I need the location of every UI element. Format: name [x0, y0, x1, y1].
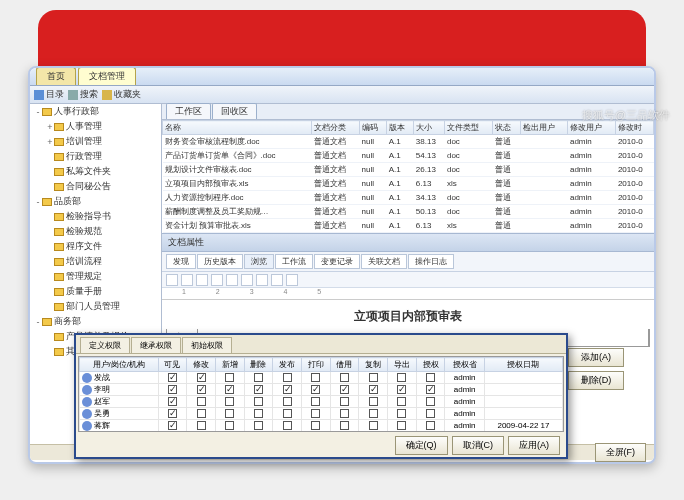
editor-btn[interactable] — [226, 274, 238, 286]
tree-item[interactable]: 部门人员管理 — [30, 299, 161, 314]
grid-header[interactable]: 检出用户 — [520, 121, 568, 135]
tree-item[interactable]: -人事行政部 — [30, 104, 161, 119]
perm-checkbox[interactable] — [168, 373, 177, 382]
editor-btn[interactable] — [271, 274, 283, 286]
tree-item[interactable]: +人事管理 — [30, 119, 161, 134]
perm-checkbox[interactable] — [197, 373, 206, 382]
perm-row[interactable]: 蒋辉admin2009-04-22 17 — [80, 420, 563, 432]
toolbar-fav[interactable]: 收藏夹 — [102, 88, 141, 101]
tab-docmgr[interactable]: 文档管理 — [78, 67, 136, 85]
perm-header[interactable]: 打印 — [301, 358, 330, 372]
perm-checkbox[interactable] — [311, 421, 320, 430]
perm-checkbox[interactable] — [369, 397, 378, 406]
perm-checkbox[interactable] — [254, 409, 263, 418]
table-row[interactable]: 薪酬制度调整及员工奖励规…普通文档nullA.150.13doc普通admin2… — [163, 205, 654, 219]
perm-checkbox[interactable] — [426, 421, 435, 430]
editor-btn[interactable] — [181, 274, 193, 286]
perm-checkbox[interactable] — [426, 409, 435, 418]
perm-checkbox[interactable] — [340, 409, 349, 418]
grid-header[interactable]: 文件类型 — [445, 121, 493, 135]
detail-tab[interactable]: 变更记录 — [314, 254, 360, 269]
perm-checkbox[interactable] — [254, 373, 263, 382]
perm-checkbox[interactable] — [168, 397, 177, 406]
perm-checkbox[interactable] — [225, 373, 234, 382]
perm-checkbox[interactable] — [397, 385, 406, 394]
tree-item[interactable]: 培训流程 — [30, 254, 161, 269]
grid-header[interactable]: 名称 — [163, 121, 312, 135]
subtab-recycle[interactable]: 回收区 — [212, 103, 257, 119]
perm-checkbox[interactable] — [254, 397, 263, 406]
grid-header[interactable]: 大小 — [414, 121, 445, 135]
perm-checkbox[interactable] — [397, 409, 406, 418]
perm-checkbox[interactable] — [311, 397, 320, 406]
perm-checkbox[interactable] — [426, 385, 435, 394]
perm-checkbox[interactable] — [197, 421, 206, 430]
editor-btn[interactable] — [286, 274, 298, 286]
perm-checkbox[interactable] — [197, 385, 206, 394]
perm-checkbox[interactable] — [225, 385, 234, 394]
perm-row[interactable]: 李明admin — [80, 384, 563, 396]
tree-item[interactable]: 合同秘公告 — [30, 179, 161, 194]
popup-tab[interactable]: 初始权限 — [182, 337, 232, 353]
perm-checkbox[interactable] — [197, 397, 206, 406]
perm-checkbox[interactable] — [168, 385, 177, 394]
perm-checkbox[interactable] — [340, 421, 349, 430]
perm-checkbox[interactable] — [369, 373, 378, 382]
detail-tab[interactable]: 发现 — [166, 254, 196, 269]
perm-header[interactable]: 授权省 — [445, 358, 485, 372]
perm-checkbox[interactable] — [254, 421, 263, 430]
perm-checkbox[interactable] — [225, 397, 234, 406]
perm-checkbox[interactable] — [369, 421, 378, 430]
perm-checkbox[interactable] — [225, 421, 234, 430]
perm-checkbox[interactable] — [340, 373, 349, 382]
editor-btn[interactable] — [241, 274, 253, 286]
grid-header[interactable]: 文档分类 — [312, 121, 360, 135]
perm-header[interactable]: 授权 — [416, 358, 445, 372]
perm-checkbox[interactable] — [283, 397, 292, 406]
perm-row[interactable]: 发战admin — [80, 372, 563, 384]
editor-btn[interactable] — [196, 274, 208, 286]
delete-button[interactable]: 删除(D) — [568, 371, 624, 390]
table-row[interactable]: 资金计划 预算审批表.xls普通文档nullA.16.13xls普通admin2… — [163, 219, 654, 233]
table-row[interactable]: 规划设计文件审核表.doc普通文档nullA.126.13doc普通admin2… — [163, 163, 654, 177]
perm-checkbox[interactable] — [168, 421, 177, 430]
subtab-workarea[interactable]: 工作区 — [166, 103, 211, 119]
perm-checkbox[interactable] — [283, 373, 292, 382]
apply-button[interactable]: 应用(A) — [508, 436, 560, 455]
perm-checkbox[interactable] — [311, 385, 320, 394]
grid-header[interactable]: 版本 — [387, 121, 414, 135]
perm-checkbox[interactable] — [340, 397, 349, 406]
perm-header[interactable]: 复制 — [359, 358, 388, 372]
editor-btn[interactable] — [256, 274, 268, 286]
perm-checkbox[interactable] — [283, 421, 292, 430]
tree-item[interactable]: 检验指导书 — [30, 209, 161, 224]
table-row[interactable]: 产品订货单订货单《合同》.doc普通文档nullA.154.13doc普通adm… — [163, 149, 654, 163]
tree-item[interactable]: 程序文件 — [30, 239, 161, 254]
perm-checkbox[interactable] — [397, 421, 406, 430]
perm-header[interactable]: 修改 — [187, 358, 216, 372]
grid-header[interactable]: 编码 — [359, 121, 386, 135]
perm-checkbox[interactable] — [426, 373, 435, 382]
perm-checkbox[interactable] — [168, 409, 177, 418]
tree-item[interactable]: 质量手册 — [30, 284, 161, 299]
popup-tab[interactable]: 继承权限 — [131, 337, 181, 353]
perm-checkbox[interactable] — [283, 385, 292, 394]
tree-item[interactable]: -商务部 — [30, 314, 161, 329]
perm-header[interactable]: 授权日期 — [484, 358, 562, 372]
perm-header[interactable]: 用户/岗位/机构 — [80, 358, 159, 372]
perm-checkbox[interactable] — [397, 397, 406, 406]
toolbar-catalog[interactable]: 目录 — [34, 88, 64, 101]
perm-checkbox[interactable] — [311, 409, 320, 418]
document-grid[interactable]: 名称文档分类编码版本大小文件类型状态检出用户修改用户修改时财务资金审核流程制度.… — [162, 120, 654, 233]
perm-checkbox[interactable] — [311, 373, 320, 382]
table-row[interactable]: 人力资源控制程序.doc普通文档nullA.134.13doc普通admin20… — [163, 191, 654, 205]
tab-home[interactable]: 首页 — [36, 67, 76, 85]
perm-checkbox[interactable] — [283, 409, 292, 418]
perm-header[interactable]: 可见 — [158, 358, 187, 372]
permissions-grid[interactable]: 用户/岗位/机构可见修改新增删除发布打印借用复制导出授权授权省授权日期发战adm… — [78, 356, 564, 432]
perm-checkbox[interactable] — [426, 397, 435, 406]
detail-tab[interactable]: 操作日志 — [408, 254, 454, 269]
ok-button[interactable]: 确定(Q) — [395, 436, 448, 455]
fullscreen-button[interactable]: 全屏(F) — [595, 443, 647, 462]
perm-checkbox[interactable] — [397, 373, 406, 382]
